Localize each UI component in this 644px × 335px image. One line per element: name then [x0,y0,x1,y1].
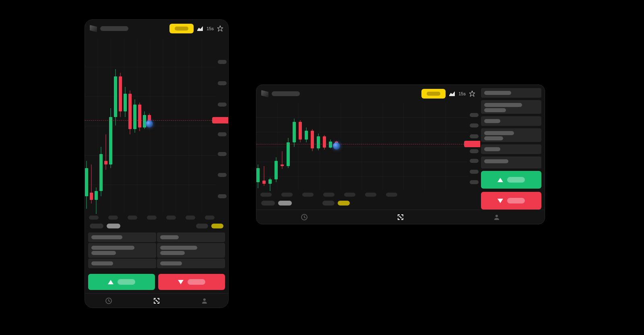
info-cell[interactable] [88,259,156,268]
y-axis-tick [218,152,227,156]
y-axis-tick [218,173,227,177]
drawing-tool-icon[interactable] [217,25,223,32]
clock-icon[interactable] [301,214,308,221]
chip[interactable] [322,201,334,206]
price-tag [464,141,480,147]
price-line [256,144,480,144]
chip[interactable] [261,201,275,206]
buy-button[interactable] [88,274,155,290]
bottom-nav [85,293,228,308]
side-cell[interactable] [481,100,541,114]
side-cell[interactable] [481,144,541,154]
topbar: 15s [256,85,480,103]
portrait-device: 15s [85,19,229,308]
sell-button-label [188,279,205,285]
chart-type-icon[interactable] [197,25,203,32]
y-axis-tick [470,159,479,163]
buy-button[interactable] [481,171,541,189]
side-cell[interactable] [481,128,541,142]
sell-button[interactable] [158,274,225,290]
candle [299,103,302,191]
chip-accent[interactable] [338,201,350,206]
topbar: 15s [85,20,228,37]
candle [104,37,107,214]
x-axis-tick [281,193,293,197]
y-axis-tick [218,194,227,198]
yellow-pill-button[interactable] [421,89,446,99]
y-axis-tick [218,81,227,85]
candle [256,103,260,191]
info-cell[interactable] [157,243,225,258]
profile-icon[interactable] [201,297,208,304]
timeframe-selector[interactable]: 15s [458,91,466,96]
side-cell[interactable] [481,88,541,98]
chip-accent[interactable] [211,224,223,228]
svg-point-3 [472,91,473,92]
info-cell[interactable] [157,232,225,242]
candle [99,37,103,214]
side-cell[interactable] [481,156,541,169]
x-axis [260,193,466,199]
candle [138,37,141,214]
info-cell[interactable] [88,243,156,258]
x-axis-tick [147,216,157,220]
x-axis-tick [365,193,376,197]
candle [90,37,93,214]
asset-selector[interactable] [272,91,300,96]
chart-area[interactable] [85,37,228,222]
chip[interactable] [196,224,208,228]
candle [85,37,88,214]
price-tag [212,117,228,123]
y-axis-tick [218,132,227,136]
yellow-pill-button[interactable] [169,24,194,33]
y-axis-tick [470,170,479,174]
candle [323,103,326,191]
candle [329,103,332,191]
buy-button-label [118,279,135,285]
x-axis-tick [302,193,314,197]
fullscreen-icon[interactable] [397,214,404,221]
app-logo-icon [90,25,97,32]
side-panel [481,88,541,205]
sell-button[interactable] [481,192,541,210]
x-axis-tick [166,216,176,220]
chip-active[interactable] [107,224,120,228]
bottom-nav [256,210,545,224]
info-grid [85,230,228,271]
asset-selector[interactable] [100,26,128,31]
drawing-tool-icon[interactable] [469,90,475,97]
candle [317,103,320,191]
x-axis-tick [344,193,355,197]
x-axis-tick [108,216,118,220]
arrow-down-icon [497,199,503,203]
info-cell[interactable] [157,259,225,268]
arrow-up-icon [108,280,114,284]
buy-button-label [507,177,525,183]
trade-buttons [85,271,228,293]
clock-icon[interactable] [105,297,112,304]
chip-active[interactable] [278,201,292,206]
candle [124,37,127,214]
fullscreen-icon[interactable] [153,297,160,304]
candle [262,103,266,191]
svg-point-5 [495,215,498,217]
info-cell[interactable] [88,232,156,242]
chip-row [85,222,228,230]
chip[interactable] [90,224,103,228]
arrow-down-icon [178,280,184,284]
chart-area[interactable] [256,103,480,199]
arrow-up-icon [497,178,503,182]
y-axis-tick [470,123,479,127]
y-axis-tick [470,149,479,153]
profile-icon[interactable] [493,214,500,221]
side-cell[interactable] [481,116,541,126]
chip-row [256,199,480,210]
timeframe-selector[interactable]: 15s [206,26,214,31]
x-axis [89,216,215,222]
x-axis-tick [260,193,272,197]
candle [293,103,296,191]
price-line [85,120,228,121]
candle [95,37,98,214]
candle [268,103,272,191]
chart-type-icon[interactable] [449,90,455,97]
